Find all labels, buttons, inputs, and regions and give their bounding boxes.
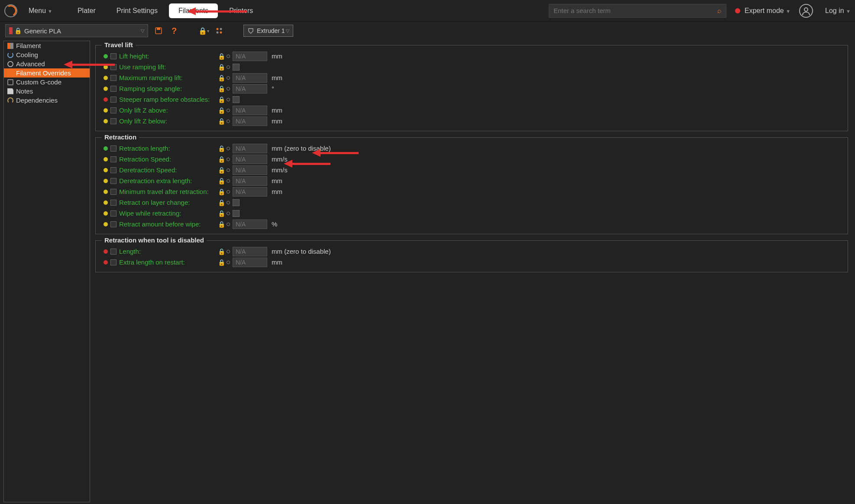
lock-icon[interactable]: 🔒	[218, 118, 224, 125]
search-box[interactable]: ⌕	[549, 4, 726, 18]
value-input[interactable]	[233, 220, 267, 229]
search-input[interactable]	[554, 7, 717, 14]
sidebar-item-advanced[interactable]: Advanced	[4, 59, 90, 68]
override-checkbox[interactable]	[110, 167, 117, 173]
override-checkbox[interactable]	[110, 210, 117, 216]
override-checkbox[interactable]	[110, 249, 117, 255]
reset-dot-icon[interactable]	[227, 179, 230, 183]
lock-all-icon[interactable]: 🔒▾	[198, 26, 209, 36]
value-input[interactable]	[233, 176, 267, 186]
reset-dot-icon[interactable]	[227, 223, 230, 226]
extruder-icon	[247, 28, 254, 34]
override-checkbox[interactable]	[110, 64, 117, 70]
reset-dot-icon[interactable]	[227, 261, 230, 264]
override-checkbox[interactable]	[110, 189, 117, 195]
lock-icon[interactable]: 🔒	[218, 221, 224, 228]
reset-dot-icon[interactable]	[227, 190, 230, 194]
compare-icon[interactable]	[214, 26, 224, 36]
sidebar-item-filament[interactable]: Filament	[4, 41, 90, 50]
sidebar-item-filament-overrides[interactable]: Filament Overrides	[4, 68, 90, 78]
override-checkbox[interactable]	[110, 145, 117, 152]
setting-row: Retract on layer change:🔒	[104, 197, 840, 208]
lock-icon[interactable]: 🔒	[218, 188, 224, 195]
override-checkbox[interactable]	[110, 107, 117, 113]
reset-dot-icon[interactable]	[227, 147, 230, 150]
sidebar-item-cooling[interactable]: Cooling	[4, 50, 90, 59]
value-input[interactable]	[233, 73, 267, 83]
reset-dot-icon[interactable]	[227, 65, 230, 69]
sidebar-item-label: Filament	[16, 42, 41, 49]
search-icon[interactable]: ⌕	[717, 7, 722, 15]
lock-icon[interactable]: 🔒	[218, 199, 224, 206]
reset-dot-icon[interactable]	[227, 98, 230, 101]
tab-print-settings[interactable]: Print Settings	[107, 3, 167, 18]
lock-icon[interactable]: 🔒	[218, 156, 224, 163]
tab-filaments[interactable]: Filaments	[169, 3, 218, 18]
override-checkbox[interactable]	[110, 53, 117, 59]
lock-icon[interactable]: 🔒	[218, 107, 224, 114]
help-icon[interactable]: ?	[169, 26, 179, 36]
override-checkbox[interactable]	[110, 75, 117, 81]
reset-dot-icon[interactable]	[227, 109, 230, 112]
sidebar-item-custom-g-code[interactable]: Custom G-code	[4, 78, 90, 87]
reset-dot-icon[interactable]	[227, 250, 230, 253]
level-bullet-icon	[104, 146, 108, 151]
setting-label: Use ramping lift:	[119, 63, 214, 71]
lock-icon[interactable]: 🔒	[218, 210, 224, 217]
setting-label: Deretraction extra length:	[119, 177, 214, 184]
value-input[interactable]	[233, 84, 267, 94]
reset-dot-icon[interactable]	[227, 158, 230, 161]
sidebar-item-dependencies[interactable]: Dependencies	[4, 96, 90, 105]
value-checkbox[interactable]	[233, 64, 240, 71]
value-input[interactable]	[233, 116, 267, 126]
lock-icon[interactable]: 🔒	[218, 145, 224, 152]
value-checkbox[interactable]	[233, 96, 240, 103]
login-button[interactable]: Log in ▼	[825, 7, 851, 15]
preset-select[interactable]: 🔒 Generic PLA ▽	[5, 24, 148, 37]
reset-dot-icon[interactable]	[227, 76, 230, 80]
value-input[interactable]	[233, 187, 267, 197]
value-input[interactable]	[233, 258, 267, 267]
reset-dot-icon[interactable]	[227, 55, 230, 58]
value-input[interactable]	[233, 247, 267, 256]
tab-printers[interactable]: Printers	[220, 3, 262, 18]
menu-button[interactable]: Menu▼	[23, 4, 58, 17]
lock-icon[interactable]: 🔒	[218, 53, 224, 60]
extruder-select[interactable]: Extruder 1 ▽	[243, 25, 293, 37]
override-checkbox[interactable]	[110, 118, 117, 124]
value-input[interactable]	[233, 155, 267, 164]
lock-icon[interactable]: 🔒	[218, 248, 224, 255]
section-title: Travel lift	[102, 41, 136, 48]
lock-icon[interactable]: 🔒	[218, 178, 224, 184]
expert-mode-button[interactable]: Expert mode ▼	[745, 7, 790, 15]
lock-icon[interactable]: 🔒	[218, 259, 224, 266]
user-icon[interactable]	[799, 4, 813, 18]
reset-dot-icon[interactable]	[227, 87, 230, 90]
override-checkbox[interactable]	[110, 156, 117, 162]
override-checkbox[interactable]	[110, 178, 117, 184]
lock-icon[interactable]: 🔒	[218, 96, 224, 103]
value-input[interactable]	[233, 52, 267, 61]
override-checkbox[interactable]	[110, 259, 117, 265]
tab-plater[interactable]: Plater	[68, 3, 105, 18]
save-preset-icon[interactable]	[153, 26, 164, 36]
reset-dot-icon[interactable]	[227, 120, 230, 123]
lock-icon[interactable]: 🔒	[218, 64, 224, 71]
sidebar-item-notes[interactable]: Notes	[4, 87, 90, 96]
value-input[interactable]	[233, 144, 267, 153]
lock-icon[interactable]: 🔒	[218, 85, 224, 92]
override-checkbox[interactable]	[110, 200, 117, 206]
sidebar-item-label: Dependencies	[16, 97, 58, 104]
override-checkbox[interactable]	[110, 97, 117, 103]
lock-icon[interactable]: 🔒	[218, 167, 224, 174]
override-checkbox[interactable]	[110, 86, 117, 92]
value-input[interactable]	[233, 165, 267, 175]
reset-dot-icon[interactable]	[227, 201, 230, 204]
override-checkbox[interactable]	[110, 221, 117, 227]
value-checkbox[interactable]	[233, 210, 240, 217]
reset-dot-icon[interactable]	[227, 168, 230, 172]
value-input[interactable]	[233, 106, 267, 115]
reset-dot-icon[interactable]	[227, 212, 230, 215]
lock-icon[interactable]: 🔒	[218, 74, 224, 81]
value-checkbox[interactable]	[233, 199, 240, 206]
